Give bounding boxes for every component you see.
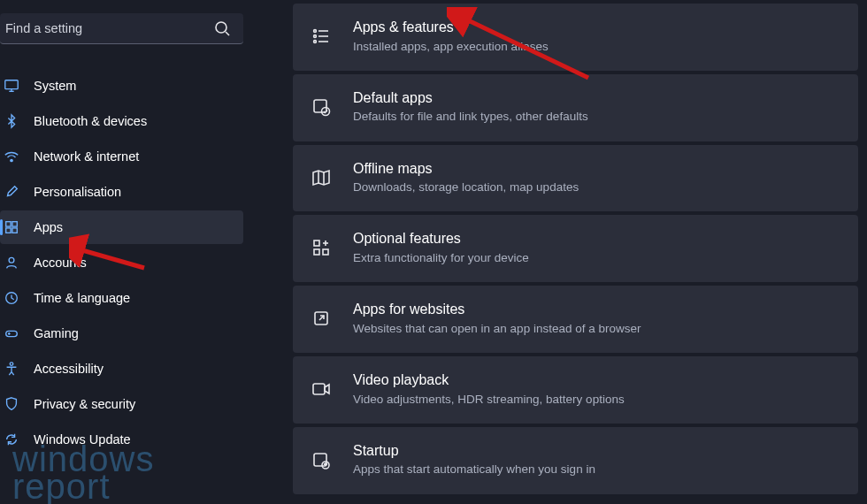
main-panel: Apps & features Installed apps, app exec… — [250, 0, 867, 504]
card-apps-for-websites[interactable]: Apps for websites Websites that can open… — [293, 286, 858, 353]
update-icon — [4, 431, 19, 447]
svg-rect-7 — [12, 222, 17, 226]
card-text: Optional features Extra functionality fo… — [353, 229, 529, 266]
svg-line-1 — [226, 32, 229, 35]
svg-point-5 — [11, 159, 12, 161]
svg-rect-9 — [12, 228, 17, 233]
card-video-playback[interactable]: Video playback Video adjustments, HDR st… — [293, 356, 858, 424]
card-text: Apps & features Installed apps, app exec… — [353, 18, 549, 55]
svg-rect-8 — [6, 228, 11, 233]
sidebar-nav: System Bluetooth & devices Network & int… — [0, 69, 250, 456]
sidebar-item-time-language[interactable]: Time & language — [0, 281, 243, 315]
sidebar-item-label: Privacy & security — [34, 397, 135, 411]
list-icon — [311, 26, 332, 47]
svg-rect-22 — [314, 100, 326, 112]
svg-rect-6 — [6, 222, 11, 226]
sidebar-item-accounts[interactable]: Accounts — [0, 246, 243, 279]
svg-point-15 — [10, 363, 13, 366]
sidebar-item-label: Bluetooth & devices — [34, 114, 147, 128]
card-text: Default apps Defaults for file and link … — [353, 88, 588, 126]
sidebar-item-label: Time & language — [34, 291, 130, 305]
svg-point-10 — [9, 257, 14, 263]
monitor-icon — [4, 78, 19, 94]
startup-icon — [311, 449, 332, 470]
card-title: Optional features — [353, 229, 529, 248]
sidebar-item-personalisation[interactable]: Personalisation — [0, 175, 243, 209]
svg-point-20 — [314, 35, 317, 38]
card-offline-maps[interactable]: Offline maps Downloads, storage location… — [293, 145, 858, 212]
sidebar-item-windows-update[interactable]: Windows Update — [0, 423, 243, 456]
card-text: Video playback Video adjustments, HDR st… — [353, 370, 625, 408]
shield-icon — [4, 396, 19, 412]
card-apps-features[interactable]: Apps & features Installed apps, app exec… — [293, 4, 858, 71]
card-text: Apps for websites Websites that can open… — [353, 300, 641, 337]
sidebar-item-label: Network & internet — [34, 149, 139, 164]
apps-icon — [4, 219, 19, 235]
card-title: Offline maps — [353, 159, 579, 179]
bluetooth-icon — [4, 113, 19, 129]
video-icon — [311, 378, 332, 400]
card-desc: Downloads, storage location, map updates — [353, 179, 579, 195]
card-startup[interactable]: Startup Apps that start automatically wh… — [293, 427, 858, 494]
sidebar-item-network[interactable]: Network & internet — [0, 140, 243, 173]
sidebar-item-label: Gaming — [34, 326, 79, 340]
sidebar-item-gaming[interactable]: Gaming — [0, 317, 243, 350]
svg-rect-27 — [314, 249, 319, 255]
card-title: Video playback — [353, 370, 625, 390]
card-title: Apps & features — [353, 18, 549, 37]
card-desc: Apps that start automatically when you s… — [353, 462, 595, 477]
sidebar-item-bluetooth[interactable]: Bluetooth & devices — [0, 104, 243, 138]
sidebar-item-system[interactable]: System — [0, 69, 243, 103]
svg-rect-28 — [323, 249, 328, 255]
svg-point-0 — [216, 22, 226, 33]
sidebar-item-label: Apps — [34, 220, 63, 234]
card-desc: Extra functionality for your device — [353, 250, 529, 266]
svg-point-21 — [314, 41, 317, 43]
svg-rect-32 — [313, 384, 325, 394]
card-default-apps[interactable]: Default apps Defaults for file and link … — [293, 74, 858, 141]
svg-rect-2 — [5, 80, 18, 89]
sidebar: System Bluetooth & devices Network & int… — [0, 0, 250, 504]
sidebar-item-accessibility[interactable]: Accessibility — [0, 352, 243, 386]
person-icon — [4, 255, 19, 271]
card-text: Startup Apps that start automatically wh… — [353, 441, 595, 478]
svg-point-19 — [314, 30, 317, 33]
search-icon — [213, 19, 231, 37]
open-external-icon — [311, 308, 332, 329]
sidebar-item-label: Personalisation — [34, 185, 121, 199]
svg-rect-26 — [314, 241, 319, 246]
card-desc: Defaults for file and link types, other … — [353, 109, 588, 125]
card-optional-features[interactable]: Optional features Extra functionality fo… — [293, 215, 858, 282]
accessibility-icon — [4, 361, 19, 377]
clock-icon — [4, 290, 19, 306]
card-desc: Video adjustments, HDR streaming, batter… — [353, 392, 625, 408]
card-title: Default apps — [353, 88, 588, 108]
gamepad-icon — [4, 325, 19, 341]
map-icon — [311, 167, 332, 188]
sidebar-item-privacy[interactable]: Privacy & security — [0, 387, 243, 421]
sidebar-item-label: Accounts — [34, 256, 87, 270]
card-desc: Websites that can open in an app instead… — [353, 321, 641, 337]
card-desc: Installed apps, app execution aliases — [353, 39, 549, 55]
card-text: Offline maps Downloads, storage location… — [353, 159, 579, 196]
default-apps-icon — [311, 96, 332, 118]
search-input[interactable] — [0, 13, 243, 44]
search-row — [0, 13, 243, 44]
wifi-icon — [4, 149, 19, 164]
sidebar-item-label: System — [34, 79, 76, 93]
card-title: Startup — [353, 441, 595, 461]
grid-plus-icon — [311, 237, 332, 258]
card-title: Apps for websites — [353, 300, 641, 319]
svg-rect-12 — [6, 331, 18, 336]
brush-icon — [4, 184, 19, 200]
sidebar-item-label: Windows Update — [34, 432, 131, 447]
sidebar-item-apps[interactable]: Apps — [0, 210, 243, 244]
sidebar-item-label: Accessibility — [34, 362, 104, 376]
